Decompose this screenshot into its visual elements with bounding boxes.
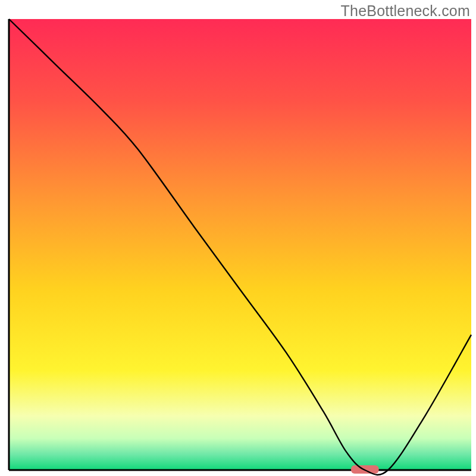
bottleneck-chart <box>0 0 476 476</box>
chart-container: TheBottleneck.com <box>0 0 476 476</box>
